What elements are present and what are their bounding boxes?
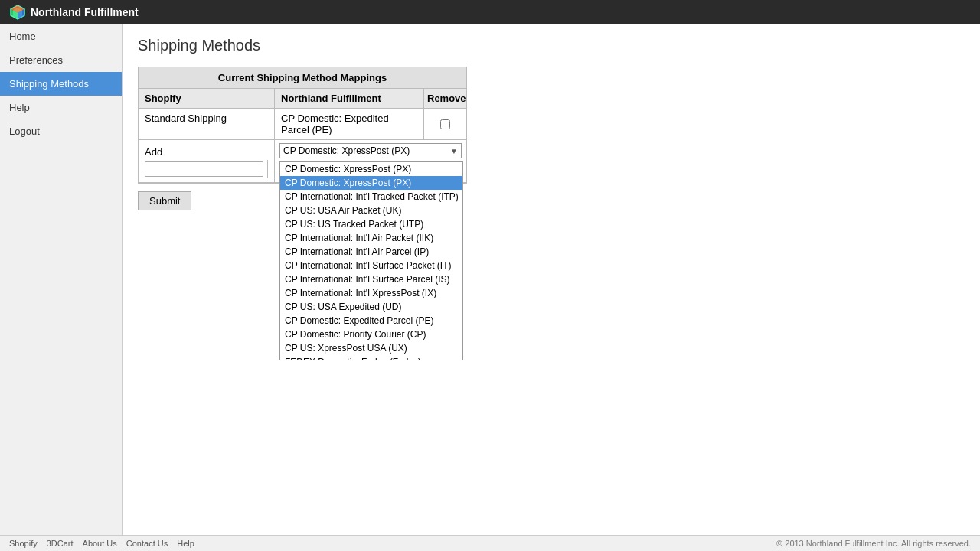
col-header-remove: Remove xyxy=(424,89,466,108)
footer-link-aboutus[interactable]: About Us xyxy=(83,539,117,548)
footer-link-contactus[interactable]: Contact Us xyxy=(126,539,168,548)
add-input-wrap xyxy=(145,160,268,178)
layout: Home Preferences Shipping Methods Help L… xyxy=(0,24,980,535)
col-header-northland: Northland Fulfillment xyxy=(275,89,424,108)
dropdown-option[interactable]: CP International: Int'l Surface Parcel (… xyxy=(280,272,462,286)
add-label: Add xyxy=(145,144,268,160)
dropdown-option[interactable]: CP Domestic: Expedited Parcel (PE) xyxy=(280,314,462,328)
dropdown-option[interactable]: CP International: Int'l Surface Packet (… xyxy=(280,259,462,272)
sidebar: Home Preferences Shipping Methods Help L… xyxy=(0,24,122,535)
col-header-shopify: Shopify xyxy=(139,89,275,108)
add-row: Add CP Domestic: XpressPost (PX) ▼ CP Do… xyxy=(139,140,466,183)
page-title: Shipping Methods xyxy=(138,37,965,54)
dropdown-option[interactable]: CP Domestic: XpressPost (PX) xyxy=(280,176,462,190)
dropdown-option[interactable]: CP International: Int'l XpressPost (IX) xyxy=(280,286,462,300)
row-remove-cell xyxy=(424,109,466,139)
dropdown-select[interactable]: CP Domestic: XpressPost (PX) ▼ xyxy=(279,143,462,158)
dropdown-option[interactable]: FEDEX Domestic: Fedex (Fedex) xyxy=(280,355,462,360)
dropdown-option[interactable]: CP US: USA Air Packet (UK) xyxy=(280,204,462,217)
remove-checkbox[interactable] xyxy=(440,119,450,129)
footer-link-help[interactable]: Help xyxy=(177,539,194,548)
table-header: Shopify Northland Fulfillment Remove xyxy=(139,89,466,109)
table-title: Current Shipping Method Mappings xyxy=(139,67,466,89)
dropdown-selected-text: CP Domestic: XpressPost (PX) xyxy=(283,145,410,156)
dropdown-option[interactable]: CP Domestic: XpressPost (PX) xyxy=(280,162,462,176)
dropdown-option[interactable]: CP Domestic: Priority Courier (CP) xyxy=(280,328,462,341)
dropdown-option[interactable]: CP US: XpressPost USA (UX) xyxy=(280,341,462,355)
app-title: Northland Fulfillment xyxy=(31,6,139,18)
add-shopify-input[interactable] xyxy=(145,161,263,177)
footer-copyright: © 2013 Northland Fulfillment Inc. All ri… xyxy=(776,539,971,548)
dropdown-option[interactable]: CP International: Int'l Air Packet (IIK) xyxy=(280,231,462,245)
table-row: Standard Shipping CP Domestic: Expedited… xyxy=(139,109,466,140)
sidebar-item-preferences[interactable]: Preferences xyxy=(0,48,122,72)
sidebar-item-home[interactable]: Home xyxy=(0,24,122,48)
topbar: Northland Fulfillment xyxy=(0,0,980,24)
row-shopify-value: Standard Shipping xyxy=(139,109,275,139)
dropdown-list[interactable]: CP Domestic: XpressPost (PX)CP Domestic:… xyxy=(279,161,463,360)
footer-link-3dcart[interactable]: 3DCart xyxy=(47,539,74,548)
sidebar-item-shipping-methods[interactable]: Shipping Methods xyxy=(0,72,122,96)
main-content: Shipping Methods Current Shipping Method… xyxy=(122,24,980,535)
dropdown-option[interactable]: CP International: Int'l Air Parcel (IP) xyxy=(280,245,462,259)
footer-link-shopify[interactable]: Shopify xyxy=(9,539,38,548)
logo-icon xyxy=(9,4,26,21)
shipping-methods-table: Current Shipping Method Mappings Shopify… xyxy=(138,67,467,184)
submit-button[interactable]: Submit xyxy=(138,191,191,210)
dropdown-option[interactable]: CP US: US Tracked Packet (UTP) xyxy=(280,217,462,231)
sidebar-item-logout[interactable]: Logout xyxy=(0,119,122,143)
dropdown-option[interactable]: CP International: Int'l Tracked Packet (… xyxy=(280,190,462,204)
northland-method-dropdown-area: CP Domestic: XpressPost (PX) ▼ CP Domest… xyxy=(275,140,466,182)
app-logo: Northland Fulfillment xyxy=(9,4,139,21)
footer: Shopify 3DCart About Us Contact Us Help … xyxy=(0,535,980,551)
chevron-down-icon: ▼ xyxy=(450,147,458,155)
add-row-container: Add xyxy=(139,140,275,182)
dropdown-option[interactable]: CP US: USA Expedited (UD) xyxy=(280,300,462,314)
row-northland-value: CP Domestic: Expedited Parcel (PE) xyxy=(275,109,424,139)
sidebar-item-help[interactable]: Help xyxy=(0,96,122,119)
